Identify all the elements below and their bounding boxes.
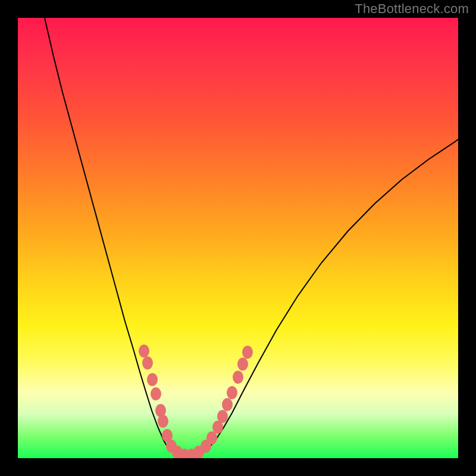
marker-dot: [242, 346, 253, 359]
marker-dot: [227, 386, 237, 399]
outer-frame: TheBottleneck.com: [0, 0, 476, 476]
marker-dot: [206, 431, 217, 444]
marker-dot: [222, 398, 233, 411]
marker-dot: [147, 373, 158, 386]
bottleneck-curve: [45, 18, 458, 456]
curve-group: [45, 18, 458, 456]
marker-dot: [158, 415, 168, 428]
marker-dot: [233, 371, 243, 384]
marker-dot: [142, 356, 153, 369]
marker-dot: [139, 345, 149, 358]
highlight-markers: [139, 345, 253, 458]
chart-svg: [18, 18, 458, 458]
watermark-text: TheBottleneck.com: [355, 1, 469, 17]
marker-dot: [237, 358, 248, 371]
marker-dot: [217, 410, 228, 423]
plot-area: [18, 18, 458, 458]
marker-dot: [151, 387, 161, 400]
